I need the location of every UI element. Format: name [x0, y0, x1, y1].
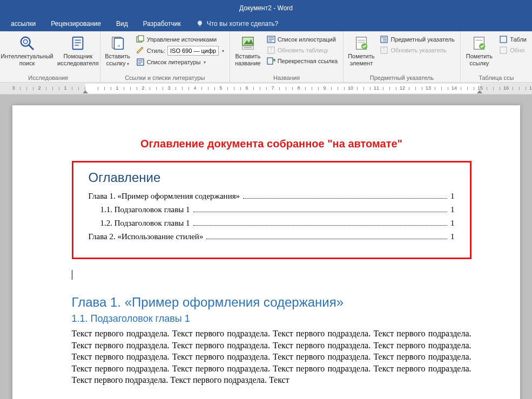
table-of-figures-button[interactable]: Список иллюстраций: [265, 35, 340, 44]
mark-entry-button[interactable]: Пометить элемент: [347, 33, 375, 67]
smart-lookup-button[interactable]: Интеллектуальный поиск: [0, 33, 54, 67]
insert-caption-icon: [239, 35, 257, 52]
chevron-down-icon: ▾: [222, 49, 224, 53]
insert-index-icon: [380, 35, 388, 44]
toc-entry-label: 1.1. Подзаголовок главы 1: [100, 205, 192, 214]
mark-entry-icon: [353, 35, 370, 52]
toc-entry-page: 1: [448, 232, 455, 241]
ribbon-tabs: ассылки Рецензирование Вид Разработчик Ч…: [0, 16, 532, 31]
tell-me[interactable]: Что вы хотите сделать?: [188, 20, 279, 28]
ruler-number: 4: [193, 85, 196, 91]
toc-entry[interactable]: Глава 2. «Использование стилей» 1: [89, 232, 455, 241]
group-citations: „ Вставить ссылку▾ Управление источникам…: [100, 31, 230, 82]
horizontal-ruler[interactable]: 3211234567891011121314151617: [14, 84, 532, 93]
smart-lookup-icon: [18, 35, 36, 52]
bibliography-button[interactable]: Список литературы ▾: [134, 57, 226, 67]
researcher-icon: [69, 35, 86, 52]
ruler-number: 3: [167, 85, 170, 91]
ribbon: Интеллектуальный поиск Помощник исследов…: [0, 31, 532, 83]
manage-sources-button[interactable]: Управление источниками: [134, 35, 226, 44]
ruler-number: 3: [12, 85, 15, 91]
heading-2: 1.1. Подзаголовок главы 1: [72, 313, 472, 324]
chevron-down-icon: ▾: [204, 60, 206, 65]
researcher-button[interactable]: Помощник исследователя: [56, 33, 100, 67]
toc-entries: Глава 1. «Пример оформления содержания» …: [89, 192, 455, 241]
cross-reference-button[interactable]: Перекрестная ссылка: [265, 56, 340, 66]
tab-view[interactable]: Вид: [109, 16, 136, 31]
toc-leader-dots: [193, 205, 447, 212]
svg-text:„: „: [117, 40, 120, 47]
toc-leader-dots: [193, 219, 447, 226]
update-toa-button: Обно: [497, 45, 529, 55]
document-area[interactable]: Оглавление документа собранное "на автом…: [0, 94, 532, 399]
ruler-number: 10: [348, 85, 353, 91]
toc-entry-label: Глава 2. «Использование стилей»: [89, 232, 206, 241]
group-research: Интеллектуальный поиск Помощник исследов…: [0, 31, 100, 82]
cross-reference-label: Перекрестная ссылка: [278, 58, 338, 64]
ruler-number: 7: [271, 85, 274, 91]
ruler-number: 8: [297, 85, 300, 91]
ruler-number: 16: [503, 85, 509, 91]
table-of-figures-icon: [267, 35, 275, 44]
citation-style-select[interactable]: Стиль: ▾: [134, 45, 226, 56]
update-table-icon: !: [267, 46, 275, 55]
update-table-button: ! Обновить таблицу: [265, 45, 340, 55]
svg-text:!: !: [270, 47, 272, 53]
update-toa-label: Обно: [510, 47, 524, 53]
ruler-number: 1: [116, 85, 118, 91]
indent-marker[interactable]: [83, 90, 88, 93]
bibliography-label: Список литературы: [147, 59, 201, 65]
ruler-number: 17: [529, 85, 532, 91]
ruler-number: 12: [400, 85, 405, 91]
toc-entry-label: 1.2. Подзаголовок главы 1: [100, 219, 192, 228]
group-toa-label: Таблица ссы: [464, 75, 529, 82]
tab-review[interactable]: Рецензирование: [43, 16, 109, 31]
update-index-icon: !: [380, 46, 388, 55]
window-title: Документ2 - Word: [239, 4, 293, 12]
toc-entry[interactable]: 1.1. Подзаголовок главы 1 1: [89, 205, 455, 214]
insert-caption-label: Вставить название: [234, 53, 261, 66]
update-index-button: ! Обновить указатель: [378, 45, 456, 55]
toc-entry-page: 1: [448, 205, 455, 214]
tab-references[interactable]: ассылки: [3, 16, 43, 31]
update-index-label: Обновить указатель: [390, 47, 446, 53]
ruler-number: 9: [323, 85, 326, 91]
page[interactable]: Оглавление документа собранное "на автом…: [12, 105, 520, 399]
manage-sources-icon: [136, 35, 145, 44]
body-paragraph: Текст первого подраздела. Текст первого …: [72, 328, 472, 386]
indent-marker[interactable]: [477, 90, 482, 93]
svg-text:!: !: [383, 47, 385, 53]
mark-citation-button[interactable]: Пометить ссылку: [464, 33, 495, 67]
insert-caption-button[interactable]: Вставить название: [233, 33, 262, 67]
toc-entry-label: Глава 1. «Пример оформления содержания»: [89, 192, 243, 201]
chevron-down-icon: ▾: [127, 62, 129, 66]
toc-entry-page: 1: [448, 219, 455, 228]
style-input[interactable]: [167, 46, 219, 56]
toc-entry-page: 1: [448, 192, 455, 201]
svg-rect-40: [500, 36, 507, 43]
heading-1: Глава 1. «Пример оформления содержания»: [72, 295, 472, 310]
ruler-area: 3211234567891011121314151617: [0, 83, 532, 94]
style-label: Стиль:: [147, 48, 165, 54]
mark-citation-label: Пометить ссылку: [465, 53, 494, 66]
insert-index-button[interactable]: Предметный указатель: [378, 35, 456, 44]
smart-lookup-label: Интеллектуальный поиск: [1, 53, 53, 66]
ruler-number: 2: [142, 85, 144, 91]
annotation-title: Оглавление документа собранное "на автом…: [72, 138, 472, 150]
bibliography-icon: [136, 58, 145, 66]
toc-leader-dots: [206, 232, 447, 239]
tell-me-label: Что вы хотите сделать?: [207, 20, 279, 28]
group-index-label: Предметный указатель: [347, 75, 456, 82]
ruler-number: 2: [38, 85, 41, 91]
ruler-number: 14: [452, 85, 457, 91]
toc-entry[interactable]: 1.2. Подзаголовок главы 1 1: [89, 219, 455, 228]
insert-toa-icon: [499, 35, 508, 44]
insert-citation-button[interactable]: „ Вставить ссылку▾: [104, 33, 132, 67]
ruler-number: 11: [374, 85, 379, 91]
toc-entry[interactable]: Глава 1. «Пример оформления содержания» …: [89, 192, 455, 201]
tab-developer[interactable]: Разработчик: [136, 16, 188, 31]
toc-box: Оглавление Глава 1. «Пример оформления с…: [72, 161, 472, 259]
insert-toa-button[interactable]: Табли: [497, 35, 529, 44]
svg-line-1: [29, 45, 33, 50]
svg-rect-3: [73, 37, 83, 50]
